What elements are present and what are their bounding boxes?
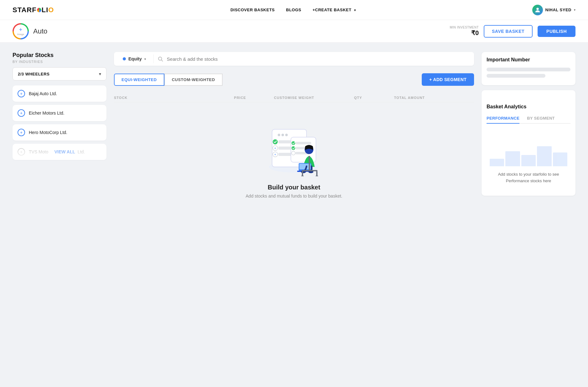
col-price: PRICE	[234, 96, 274, 100]
important-number-card: Important Number	[482, 52, 575, 85]
col-qty: QTY	[354, 96, 394, 100]
avatar	[532, 5, 543, 15]
svg-point-21	[291, 146, 295, 150]
svg-point-10	[273, 139, 278, 144]
save-basket-button[interactable]: SAVE BASKET	[484, 25, 533, 38]
user-area[interactable]: NIHAL SYED ▾	[532, 5, 576, 15]
analytics-empty-text: Add stocks to your starfolio to see Perf…	[490, 171, 567, 184]
stock-name: Bajaj Auto Ltd.	[29, 91, 57, 96]
view-all-row[interactable]: + TVS Moto VIEW ALL Ltd.	[13, 144, 106, 160]
tab-custom-weighted[interactable]: CUSTOM-WEIGHTED	[164, 74, 223, 86]
nav-create-basket[interactable]: +CREATE BASKET ▾	[312, 8, 356, 12]
svg-rect-32	[316, 171, 317, 176]
equity-dot-icon	[123, 57, 126, 60]
col-total-amount: TOTAL AMOUNT	[394, 96, 474, 100]
tab-equi-weighted[interactable]: EQUI-WEIGHTED	[114, 74, 164, 86]
by-industries-label: BY INDUSTRIES	[13, 60, 106, 64]
stock-name: Hero MotoCorp Ltd.	[29, 130, 67, 135]
empty-subtitle: Add stocks and mutual funds to build you…	[246, 194, 343, 199]
image-label: Image	[17, 33, 24, 36]
empty-illustration: + +	[263, 120, 325, 176]
svg-rect-35	[309, 156, 310, 170]
equity-selector[interactable]: Equity ▾	[119, 54, 150, 63]
subheader: + Image Auto MIN INVESTMENT ₹0 SAVE BASK…	[0, 20, 588, 43]
basket-analytics-title: Basket Analytics	[487, 104, 570, 110]
tab-performance[interactable]: PERFORMANCE	[487, 113, 519, 124]
skeleton-line-2	[487, 74, 545, 78]
nav-links: DISCOVER BASKETS BLOGS +CREATE BASKET ▾	[230, 8, 356, 12]
industry-dropdown-label: 2/3 WHEELERS	[18, 72, 49, 76]
publish-button[interactable]: PUBLISH	[538, 26, 575, 37]
right-panel: Important Number Basket Analytics PERFOR…	[482, 52, 575, 211]
main-layout: Popular Stocks BY INDUSTRIES 2/3 WHEELER…	[0, 43, 588, 220]
svg-point-6	[278, 134, 280, 136]
basket-analytics-card: Basket Analytics PERFORMANCE BY SEGMENT …	[482, 90, 575, 196]
search-icon	[157, 56, 163, 62]
search-divider	[153, 54, 154, 63]
min-investment: MIN INVESTMENT ₹0	[450, 26, 479, 37]
col-customise-weight: CUSTOMISE WEIGHT	[274, 96, 354, 100]
empty-state: + +	[114, 107, 474, 211]
view-all-overlay	[13, 144, 106, 160]
empty-title: Build your basket	[268, 184, 320, 191]
equity-chevron-icon: ▾	[144, 57, 146, 61]
search-bar-row: Equity ▾	[114, 52, 474, 66]
subheader-right: MIN INVESTMENT ₹0 SAVE BASKET PUBLISH	[450, 25, 575, 38]
svg-point-19	[291, 141, 295, 145]
search-input[interactable]	[167, 56, 469, 62]
skeleton-line-1	[487, 68, 570, 71]
nav-discover-baskets[interactable]: DISCOVER BASKETS	[230, 8, 275, 12]
add-segment-button[interactable]: + ADD SEGMENT	[422, 73, 474, 86]
table-header: STOCK PRICE CUSTOMISE WEIGHT QTY TOTAL A…	[114, 93, 474, 102]
svg-point-8	[285, 134, 288, 136]
col-stock: STOCK	[114, 96, 234, 100]
plus-icon: +	[19, 27, 23, 33]
user-name: NIHAL SYED	[545, 8, 572, 12]
basket-image-upload[interactable]: + Image	[13, 23, 29, 39]
svg-line-2	[161, 60, 162, 61]
equity-label: Equity	[128, 56, 142, 61]
add-stock-icon: +	[18, 129, 25, 136]
user-chevron-icon: ▾	[574, 8, 575, 12]
main-header: STARFLIO DISCOVER BASKETS BLOGS +CREATE …	[0, 0, 588, 20]
nav-blogs[interactable]: BLOGS	[286, 8, 302, 12]
weight-tabs-row: EQUI-WEIGHTED CUSTOM-WEIGHTED + ADD SEGM…	[114, 73, 474, 86]
svg-rect-33	[301, 176, 304, 176]
industry-chevron-icon: ▾	[99, 71, 101, 76]
stock-item-bajaj[interactable]: + Bajaj Auto Ltd.	[13, 85, 106, 102]
analytics-empty: Add stocks to your starfolio to see Perf…	[487, 129, 570, 191]
center-panel: Equity ▾ EQUI-WEIGHTED CUSTOM-WEIGHTED +…	[114, 52, 474, 211]
svg-text:+: +	[274, 153, 276, 156]
svg-rect-31	[302, 171, 303, 176]
svg-rect-34	[316, 176, 318, 176]
svg-point-23	[291, 151, 295, 155]
left-sidebar: Popular Stocks BY INDUSTRIES 2/3 WHEELER…	[13, 52, 106, 211]
basket-name: Auto	[33, 27, 47, 35]
logo[interactable]: STARFLIO	[13, 6, 54, 14]
svg-rect-30	[302, 170, 317, 171]
add-stock-icon: +	[18, 109, 25, 117]
stock-name: Eicher Motors Ltd.	[29, 111, 64, 116]
svg-point-0	[536, 8, 539, 10]
create-basket-chevron-icon: ▾	[354, 8, 356, 12]
add-stock-icon: +	[18, 90, 25, 97]
tab-by-segment[interactable]: BY SEGMENT	[527, 113, 555, 124]
industry-dropdown[interactable]: 2/3 WHEELERS ▾	[13, 67, 106, 80]
analytics-tabs: PERFORMANCE BY SEGMENT	[487, 113, 570, 124]
stock-item-eicher[interactable]: + Eicher Motors Ltd.	[13, 105, 106, 121]
important-number-title: Important Number	[487, 57, 570, 63]
svg-point-7	[281, 134, 284, 136]
popular-stocks-title: Popular Stocks	[13, 52, 106, 59]
svg-rect-18	[296, 142, 311, 144]
svg-text:+: +	[274, 147, 276, 150]
logo-o-icon	[37, 8, 41, 12]
stock-item-hero[interactable]: + Hero MotoCorp Ltd.	[13, 124, 106, 141]
